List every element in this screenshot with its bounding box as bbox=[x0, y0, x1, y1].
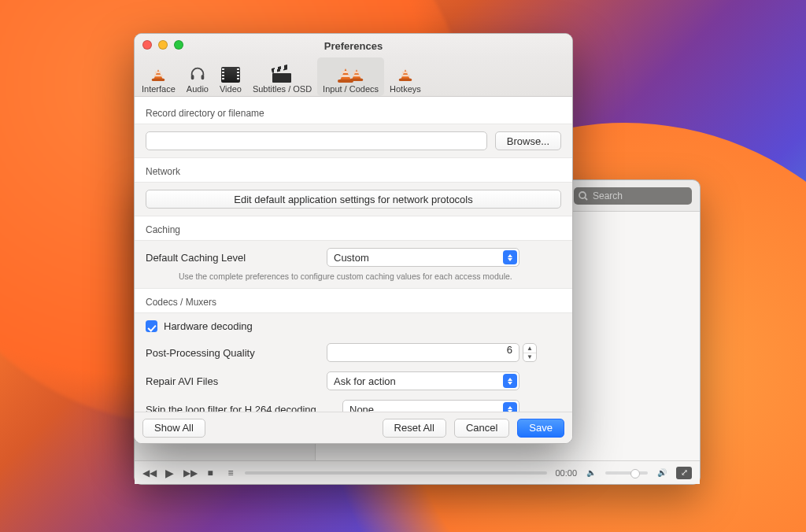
titlebar: Preferences bbox=[135, 34, 572, 57]
ppq-label: Post-Processing Quality bbox=[146, 347, 319, 359]
repair-avi-select[interactable]: Ask for action bbox=[327, 371, 519, 390]
skip-loop-label: Skip the loop filter for H.264 decoding bbox=[146, 404, 335, 412]
chevron-up-down-icon bbox=[503, 250, 517, 264]
hardware-decoding-checkbox[interactable]: Hardware decoding bbox=[146, 320, 561, 332]
search-field[interactable]: Search bbox=[574, 187, 692, 205]
tab-label: Interface bbox=[142, 84, 176, 94]
volume-max-icon: 🔊 bbox=[656, 468, 668, 477]
search-placeholder: Search bbox=[593, 190, 623, 201]
stop-button[interactable]: ■ bbox=[204, 467, 216, 478]
svg-point-0 bbox=[579, 192, 586, 198]
save-button[interactable]: Save bbox=[517, 419, 564, 438]
tab-label: Video bbox=[220, 84, 242, 94]
prefs-footer: Show All Reset All Cancel Save bbox=[135, 412, 572, 443]
ppq-value: 6 bbox=[507, 344, 512, 356]
close-button[interactable] bbox=[142, 40, 152, 50]
caching-hint: Use the complete preferences to configur… bbox=[179, 272, 561, 281]
prefs-content[interactable]: Record directory or filename Browse... N… bbox=[135, 97, 572, 412]
caching-level-label: Default Caching Level bbox=[146, 252, 319, 264]
caching-level-value: Custom bbox=[334, 252, 369, 264]
preferences-window: Preferences Interface Audio Video Subtit… bbox=[134, 33, 573, 444]
repair-avi-value: Ask for action bbox=[334, 375, 396, 387]
cone-icon bbox=[152, 66, 165, 80]
zoom-button[interactable] bbox=[174, 40, 183, 50]
mute-icon[interactable]: 🔈 bbox=[585, 468, 597, 477]
tab-video[interactable]: Video bbox=[214, 57, 247, 96]
reset-all-button[interactable]: Reset All bbox=[383, 419, 446, 438]
volume-slider[interactable] bbox=[605, 471, 648, 475]
edit-network-button[interactable]: Edit default application settings for ne… bbox=[146, 190, 561, 209]
hotkeys-icon bbox=[399, 66, 412, 80]
seek-bar[interactable] bbox=[245, 471, 547, 475]
svg-rect-1 bbox=[191, 74, 194, 79]
section-network-label: Network bbox=[135, 158, 572, 182]
clapperboard-icon bbox=[272, 68, 291, 83]
minimize-button[interactable] bbox=[158, 40, 168, 50]
tab-label: Hotkeys bbox=[390, 84, 421, 94]
headphones-icon bbox=[189, 62, 206, 83]
time-display: 00:00 bbox=[555, 468, 577, 478]
codecs-icon bbox=[338, 65, 364, 83]
section-codecs-label: Codecs / Muxers bbox=[135, 289, 572, 312]
section-record-label: Record directory or filename bbox=[135, 97, 572, 124]
show-all-button[interactable]: Show All bbox=[142, 419, 205, 438]
tab-label: Input / Codecs bbox=[323, 84, 379, 94]
ppq-input[interactable]: 6 bbox=[327, 343, 519, 362]
repair-avi-label: Repair AVI Files bbox=[146, 375, 319, 387]
playlist-button[interactable]: ≡ bbox=[224, 467, 237, 478]
play-button[interactable]: ▶ bbox=[163, 467, 176, 479]
skip-loop-select[interactable]: None bbox=[342, 400, 519, 412]
film-icon bbox=[221, 67, 240, 83]
svg-rect-2 bbox=[201, 74, 204, 79]
hardware-decoding-label: Hardware decoding bbox=[164, 320, 253, 332]
cancel-button[interactable]: Cancel bbox=[454, 419, 509, 438]
caching-level-select[interactable]: Custom bbox=[327, 248, 519, 267]
fullscreen-button[interactable]: ⤢ bbox=[676, 467, 692, 479]
browse-button[interactable]: Browse... bbox=[495, 131, 561, 150]
window-title: Preferences bbox=[324, 40, 383, 52]
record-path-input[interactable] bbox=[146, 131, 487, 150]
player-bar: ◀◀ ▶ ▶▶ ■ ≡ 00:00 🔈 🔊 ⤢ bbox=[135, 460, 700, 484]
tab-hotkeys[interactable]: Hotkeys bbox=[384, 57, 427, 96]
prev-button[interactable]: ◀◀ bbox=[142, 467, 155, 478]
next-button[interactable]: ▶▶ bbox=[183, 467, 196, 478]
tab-label: Subtitles / OSD bbox=[253, 84, 312, 94]
tab-interface[interactable]: Interface bbox=[136, 57, 181, 96]
search-icon bbox=[579, 191, 588, 201]
tab-subtitles[interactable]: Subtitles / OSD bbox=[247, 57, 317, 96]
section-caching-label: Caching bbox=[135, 216, 572, 240]
checkbox-checked-icon bbox=[146, 320, 157, 332]
chevron-up-down-icon bbox=[503, 374, 517, 388]
tab-audio[interactable]: Audio bbox=[181, 57, 214, 96]
ppq-stepper[interactable]: ▲▼ bbox=[523, 343, 537, 362]
tab-label: Audio bbox=[187, 84, 209, 94]
chevron-up-down-icon bbox=[503, 402, 517, 412]
skip-loop-value: None bbox=[349, 404, 374, 412]
prefs-tabbar: Interface Audio Video Subtitles / OSD In… bbox=[135, 57, 572, 97]
tab-input-codecs[interactable]: Input / Codecs bbox=[317, 57, 384, 96]
